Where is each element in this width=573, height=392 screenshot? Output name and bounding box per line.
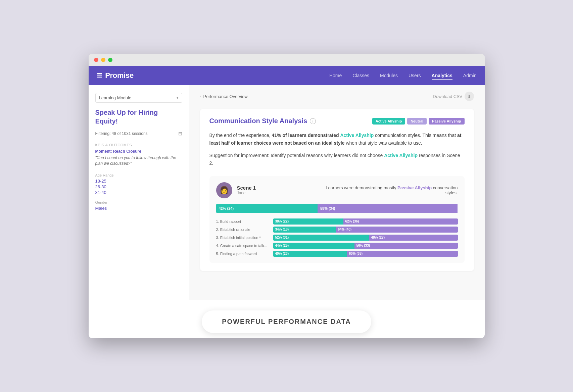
sub-bar-teal-0: 38% (22)	[273, 218, 343, 225]
sub-bar-purple-3: 56% (33)	[354, 243, 458, 249]
sub-bars: 1. Build rapport 38% (22) 62% (36) 2. Es…	[216, 218, 458, 257]
scene-description: Learners were demonstrating mostly Passi…	[324, 185, 458, 195]
analysis-mid: communication styles. This means that	[374, 133, 457, 138]
badge-neutral[interactable]: Neutral	[407, 118, 427, 125]
badge-active-allyship[interactable]: Active Allyship	[372, 118, 405, 125]
analysis-title-row: Communication Style Analysis i	[209, 117, 316, 125]
kpi-link[interactable]: Moment: Reach Closure	[95, 149, 182, 154]
dot-red[interactable]	[94, 58, 98, 62]
sub-bar-track-4: 40% (23) 60% (35)	[273, 251, 458, 257]
sub-bar-track-2: 52% (31) 48% (27)	[273, 235, 458, 241]
browser-chrome	[89, 54, 485, 66]
scene-desc-link: Passive Allyship	[397, 185, 432, 190]
download-csv-button[interactable]: Download CSV ⬇	[433, 92, 474, 101]
badge-group: Active Allyship Neutral Passive Allyship	[372, 118, 465, 125]
sub-bar-label-2: 3. Establish initial position *	[216, 236, 270, 240]
age-range-2630[interactable]: 26-30	[95, 184, 182, 189]
main-bar: 42% (24) 58% (34)	[216, 204, 458, 213]
sub-bar-teal-1: 34% (18)	[273, 227, 336, 233]
scene-desc-suffix: conversation styles.	[432, 185, 458, 195]
module-title: Speak Up for Hiring Equity!	[95, 108, 182, 126]
suggestion-link: Active Allyship	[384, 153, 418, 158]
age-range-3140[interactable]: 31-40	[95, 190, 182, 195]
analysis-header: Communication Style Analysis i Active Al…	[209, 117, 465, 125]
module-dropdown-label: Learning Module	[99, 95, 132, 100]
filter-icon[interactable]: ⊟	[178, 131, 182, 136]
suggestion-prefix: Suggestion for improvement: Identify pot…	[209, 153, 384, 158]
main-content: ‹ Performance Overview Download CSV ⬇ Co…	[189, 85, 485, 300]
sub-bar-label-0: 1. Build rapport	[216, 219, 270, 224]
sub-bar-track-1: 34% (18) 64% (40)	[273, 227, 458, 233]
breadcrumb: ‹ Performance Overview	[200, 94, 248, 99]
sub-bar-row-0: 1. Build rapport 38% (22) 62% (36)	[216, 218, 458, 225]
analysis-suffix: when that style was available to use.	[345, 140, 422, 146]
nav-item-analytics[interactable]: Analytics	[432, 72, 452, 79]
sub-bar-purple-1: 64% (40)	[336, 227, 458, 233]
sub-bar-purple-4: 60% (35)	[347, 251, 458, 257]
nav-link-users[interactable]: Users	[409, 71, 421, 80]
sub-bar-label-3: 4. Create a safe space to talk...	[216, 244, 270, 248]
avatar: 👩	[216, 182, 232, 198]
sidebar: Learning Module ▾ Speak Up for Hiring Eq…	[89, 85, 189, 300]
navbar: ☰ Promise Home Classes Modules Users Ana…	[89, 66, 485, 85]
scene-info: Scene 1 Jane	[237, 185, 256, 195]
analysis-prefix: By the end of the experience,	[209, 133, 272, 138]
scene-desc-prefix: Learners were demonstrating mostly	[326, 185, 397, 190]
module-dropdown[interactable]: Learning Module ▾	[95, 93, 182, 103]
nav-link-admin[interactable]: Admin	[463, 71, 477, 80]
sub-bar-row-1: 2. Establish rationale 34% (18) 64% (40)	[216, 227, 458, 233]
sub-bar-row-4: 5. Finding a path forward 40% (23) 60% (…	[216, 251, 458, 257]
analysis-link1: Active Allyship	[340, 133, 374, 138]
download-csv-label: Download CSV	[433, 94, 462, 99]
gender-section: Gender Males	[95, 200, 182, 211]
info-icon[interactable]: i	[310, 118, 316, 124]
scene-name: Scene 1	[237, 185, 256, 191]
nav-item-admin[interactable]: Admin	[463, 72, 477, 79]
sub-bar-purple-2: 48% (27)	[369, 235, 458, 241]
age-range-label: Age Range	[95, 173, 182, 177]
suggestion-text: Suggestion for improvement: Identify pot…	[209, 152, 465, 167]
gender-value[interactable]: Males	[95, 206, 182, 211]
analysis-paragraph: By the end of the experience, 41% of lea…	[209, 132, 465, 147]
breadcrumb-back-icon[interactable]: ‹	[200, 94, 201, 99]
menu-icon[interactable]: ☰	[97, 72, 102, 79]
bottom-banner-pill: POWERFUL PERFORMANCE DATA	[202, 310, 371, 333]
bottom-banner: POWERFUL PERFORMANCE DATA	[89, 300, 485, 338]
dot-yellow[interactable]	[101, 58, 105, 62]
age-range-1825[interactable]: 18-25	[95, 179, 182, 184]
nav-item-home[interactable]: Home	[329, 72, 342, 79]
sub-bar-row-3: 4. Create a safe space to talk... 44% (2…	[216, 243, 458, 249]
sub-bar-row-2: 3. Establish initial position * 52% (31)…	[216, 235, 458, 241]
nav-link-classes[interactable]: Classes	[352, 71, 369, 80]
nav-link-modules[interactable]: Modules	[380, 71, 398, 80]
app-body: Learning Module ▾ Speak Up for Hiring Eq…	[89, 85, 485, 300]
analysis-title: Communication Style Analysis	[209, 117, 307, 125]
main-bar-purple: 58% (34)	[318, 204, 458, 213]
sub-bar-teal-3: 44% (25)	[273, 243, 354, 249]
dot-green[interactable]	[108, 58, 112, 62]
chevron-down-icon: ▾	[177, 96, 179, 100]
main-bar-teal: 42% (24)	[216, 204, 318, 213]
age-range-values: 18-25 26-30 31-40	[95, 179, 182, 195]
badge-passive-allyship[interactable]: Passive Allyship	[429, 118, 464, 125]
nav-brand: ☰ Promise	[97, 71, 134, 80]
nav-item-users[interactable]: Users	[409, 72, 421, 79]
kpi-section-label: KPIs & Outcomes	[95, 143, 182, 147]
kpi-quote: "Can I count on you to follow through wi…	[95, 155, 182, 166]
breadcrumb-label: Performance Overview	[203, 94, 248, 99]
scene-header: 👩 Scene 1 Jane Learners were demonstrati…	[216, 182, 458, 198]
nav-link-home[interactable]: Home	[329, 71, 342, 80]
nav-item-modules[interactable]: Modules	[380, 72, 398, 79]
nav-link-analytics[interactable]: Analytics	[432, 71, 452, 80]
nav-links: Home Classes Modules Users Analytics Adm…	[329, 72, 477, 79]
scene-character: Jane	[237, 191, 256, 195]
download-icon: ⬇	[465, 92, 474, 101]
sub-bar-teal-2: 52% (31)	[273, 235, 369, 241]
sub-bar-teal-4: 40% (23)	[273, 251, 347, 257]
nav-item-classes[interactable]: Classes	[352, 72, 369, 79]
breadcrumb-row: ‹ Performance Overview Download CSV ⬇	[200, 92, 474, 101]
sub-bar-track-3: 44% (25) 56% (33)	[273, 243, 458, 249]
analysis-bold1: 41% of learners demonstrated	[272, 133, 340, 138]
filter-text: Filtering: 48 of 1031 sessions	[95, 131, 148, 136]
browser-window: ☰ Promise Home Classes Modules Users Ana…	[89, 54, 485, 338]
